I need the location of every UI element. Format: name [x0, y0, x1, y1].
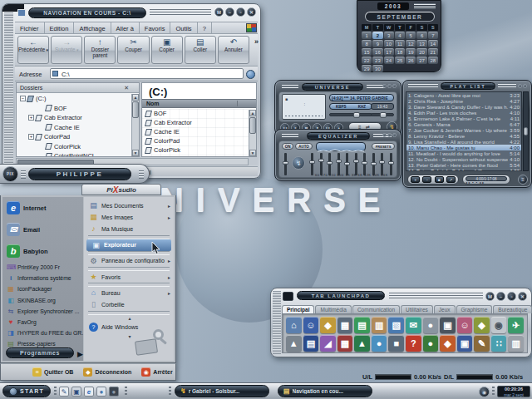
tree-scrollbar[interactable]: ▲ ▼	[131, 94, 139, 156]
playlist-control-button[interactable]: ↗	[446, 176, 456, 183]
start-menu-item[interactable]: ♪ Ma Musique	[84, 223, 174, 234]
calendar-day-cell[interactable]: 26	[406, 57, 416, 64]
calendar-day-cell[interactable]: 4	[395, 32, 405, 39]
balance-knob[interactable]	[380, 112, 387, 118]
tree-expander-icon[interactable]: +	[28, 134, 34, 140]
footer-button[interactable]: ≡ Quitter OB	[32, 367, 73, 377]
pinned-app-item[interactable]: ✉ Email	[2, 219, 83, 240]
scroll-down-icon[interactable]: ▼	[132, 150, 139, 156]
playlist-control-button[interactable]: ■	[435, 176, 444, 183]
playlist-track-row[interactable]: 9. Lisa Stansfield - All around the worl…	[406, 139, 521, 145]
window-left-ridge[interactable]	[4, 12, 13, 175]
volume-knob[interactable]	[353, 112, 360, 118]
tree-item[interactable]: ColorPointNCL	[17, 151, 131, 156]
app-shortcut-icon[interactable]: ●	[423, 335, 439, 352]
calendar-day-cell[interactable]: 25	[395, 57, 405, 64]
app-shortcut-icon[interactable]: ✈	[508, 317, 524, 333]
app-shortcut-icon[interactable]: ▧	[388, 317, 404, 333]
menu-item[interactable]: Affichage	[74, 22, 111, 33]
app-shortcut-icon[interactable]: ?	[406, 335, 421, 352]
playlist-track-row[interactable]: 8. Lenny Kravitz - Believe 4:55	[406, 133, 521, 139]
window-button[interactable]: –	[496, 292, 505, 301]
equalizer-window-buttons[interactable]	[382, 133, 397, 137]
playlist-title[interactable]: PLAY LIST	[441, 82, 495, 90]
scroll-up-icon[interactable]: ▲	[249, 110, 256, 116]
toolbar-button[interactable]: ▤ Coller	[185, 36, 216, 64]
tray-button[interactable]: ◉	[479, 387, 490, 397]
column-header[interactable]: Nom	[142, 99, 256, 108]
recent-app-item[interactable]: i Informations système	[2, 273, 83, 283]
calendar-day-cell[interactable]: 27	[416, 57, 426, 64]
footer-button[interactable]: ◉ Arrêter	[141, 367, 172, 377]
scroll-up-icon[interactable]: ▲	[132, 94, 139, 101]
app-shortcut-icon[interactable]: ◢	[320, 335, 336, 352]
launchpad-tab[interactable]: Bureautique	[493, 305, 532, 313]
eq-band-slider[interactable]	[388, 153, 394, 175]
calendar-day-cell[interactable]: 14	[428, 40, 438, 47]
toolbar-button[interactable]: ↶ Annuler	[218, 36, 249, 64]
eq-presets-button[interactable]: PRESETS	[372, 143, 395, 150]
app-shortcut-icon[interactable]: ▤	[303, 335, 319, 352]
app-shortcut-icon[interactable]: ▦	[337, 335, 353, 352]
recent-app-item[interactable]: ▦ IconPackager	[2, 283, 83, 294]
menu-item[interactable]: Fichier	[15, 22, 45, 33]
file-row[interactable]: ColorPointNCL	[142, 155, 249, 156]
eq-band-slider[interactable]	[309, 153, 315, 175]
playlist-track-row[interactable]: 4. Edith Piaf - Les trois cloches 4:10	[406, 110, 521, 116]
scroll-down-icon[interactable]: ▼	[249, 150, 256, 156]
launchpad-tab[interactable]: Communication	[352, 305, 400, 313]
player-title[interactable]: UNIVERSE	[302, 83, 363, 91]
calendar-day-cell[interactable]: 11	[395, 40, 405, 47]
app-shortcut-icon[interactable]: ●	[372, 335, 387, 352]
window-button[interactable]: M	[214, 7, 224, 17]
pinned-app-item[interactable]: b Babylon	[2, 240, 83, 262]
start-menu-item[interactable]: ▤ Mes Documents ▸	[84, 200, 174, 211]
volume-slider[interactable]	[329, 113, 372, 116]
playlist-track-row[interactable]: 2. Chris Rea - Josephine 4:27	[406, 98, 521, 104]
playlist-track-row[interactable]: 5. Emmerson Lake & Palmer - C'est la vie…	[406, 116, 521, 121]
calendar-day-cell[interactable]: 3	[384, 32, 394, 39]
balance-slider[interactable]	[371, 113, 394, 116]
calendar-day-cell[interactable]: 6	[416, 32, 426, 39]
quick-launch-icon[interactable]: ●	[109, 387, 119, 397]
tree-item[interactable]: + ColorPad	[17, 132, 131, 142]
player-window-buttons[interactable]	[382, 84, 397, 88]
start-menu-item[interactable]: ⌂ Bureau ▸	[84, 287, 174, 298]
playlist-track-row[interactable]: 3. Dave Steward & Candy Duffer - Lily wa…	[406, 104, 521, 110]
scrollbar-thumb[interactable]	[524, 127, 528, 135]
equalizer-title[interactable]: EQUALIZER	[307, 132, 370, 140]
start-menu-item[interactable]	[88, 235, 170, 239]
app-shortcut-icon[interactable]: ▥	[372, 317, 387, 333]
toolbar-overflow-chevron[interactable]: »	[254, 37, 259, 46]
start-menu-item[interactable]: ▦ Mes Images ▸	[84, 211, 174, 223]
scrollbar-thumb[interactable]	[249, 117, 256, 134]
start-menu-item[interactable]: ★ Favoris ▸	[84, 271, 174, 283]
calendar-day-cell[interactable]: 24	[384, 57, 394, 64]
playlist-control-button[interactable]: +	[411, 176, 420, 183]
calendar-day-cell[interactable]: 13	[416, 40, 426, 47]
tree-item[interactable]: Cache IE	[17, 123, 131, 133]
toolbar-button[interactable]: ▣ Copier	[151, 36, 183, 64]
app-shortcut-icon[interactable]: ■	[388, 335, 404, 352]
eq-band-slider[interactable]	[379, 153, 385, 175]
calendar-day-cell[interactable]: 12	[406, 40, 416, 47]
window-button[interactable]: –	[225, 7, 234, 17]
toolbar-button[interactable]: ↑ Dossier parent	[84, 36, 116, 64]
address-go-button[interactable]	[246, 70, 255, 79]
recent-app-item[interactable]: ⌨ PrintKey 2000 Fr	[2, 262, 83, 273]
app-shortcut-icon[interactable]: ✎	[474, 335, 490, 352]
calendar-day-cell[interactable]: 30	[372, 65, 382, 72]
quick-launch-icon[interactable]: ▣	[71, 387, 81, 397]
recent-app-item[interactable]: ♥ FavOrg	[2, 317, 83, 328]
calendar-day-cell[interactable]: 28	[428, 57, 438, 64]
playlist-track-row[interactable]: 11. Meatloaf - I would do anything for l…	[406, 150, 521, 156]
track-display[interactable]: [4:02] *** 14. PETER GABRIE	[329, 94, 394, 101]
launchpad-tab[interactable]: Principal	[282, 305, 314, 313]
eq-auto-button[interactable]: AUTO	[295, 143, 313, 150]
address-input[interactable]	[50, 68, 244, 79]
tree-expander-icon[interactable]: −	[20, 96, 26, 101]
playlist-track-row[interactable]: 1. Calogero - Aussi libre que moi 3:23	[406, 92, 521, 98]
eq-band-knob[interactable]	[353, 160, 359, 163]
quick-launch-icon[interactable]: ●	[96, 387, 106, 397]
calendar-day-cell[interactable]: 10	[384, 40, 394, 47]
